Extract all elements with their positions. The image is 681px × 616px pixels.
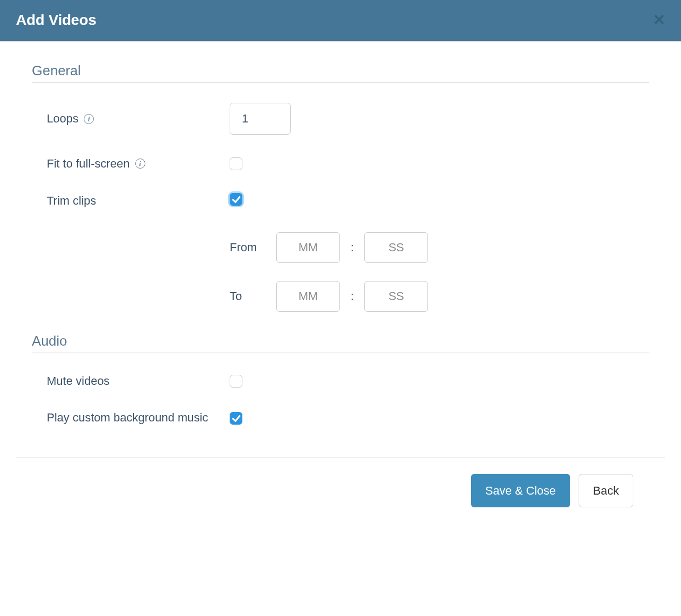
trim-clips-checkbox[interactable] (230, 193, 242, 206)
row-play-bg-music: Play custom background music (32, 410, 649, 426)
modal-footer: Save & Close Back (16, 457, 665, 603)
section-audio-title: Audio (32, 333, 649, 353)
row-trim-clips: Trim clips From : To : (32, 193, 649, 312)
row-mute-videos: Mute videos (32, 373, 649, 389)
play-bg-music-label: Play custom background music (47, 410, 208, 426)
section-general-title: General (32, 63, 649, 83)
row-trim-to: To : (230, 281, 428, 312)
fit-fullscreen-checkbox[interactable] (230, 157, 242, 170)
info-icon[interactable]: i (84, 114, 94, 124)
trim-time-inputs: From : To : (230, 232, 428, 312)
modal-header: Add Videos ✕ (0, 0, 681, 41)
from-label: From (230, 241, 266, 254)
row-trim-from: From : (230, 232, 428, 263)
trim-clips-label-wrap: Trim clips (47, 193, 230, 209)
fit-fullscreen-label-wrap: Fit to full-screen i (47, 156, 230, 172)
time-colon: : (351, 289, 354, 303)
mute-videos-label-wrap: Mute videos (47, 373, 230, 389)
to-ss-input[interactable] (364, 281, 428, 312)
loops-label: Loops (47, 111, 78, 127)
play-bg-music-checkbox[interactable] (230, 412, 242, 425)
row-loops: Loops i (32, 103, 649, 135)
play-bg-music-label-wrap: Play custom background music (47, 410, 211, 426)
info-icon[interactable]: i (135, 159, 145, 169)
from-mm-input[interactable] (276, 232, 340, 263)
to-label: To (230, 289, 266, 303)
row-fit-fullscreen: Fit to full-screen i (32, 156, 649, 172)
loops-label-wrap: Loops i (47, 111, 230, 127)
to-mm-input[interactable] (276, 281, 340, 312)
fit-fullscreen-label: Fit to full-screen (47, 156, 130, 172)
mute-videos-checkbox[interactable] (230, 375, 242, 388)
time-colon: : (351, 241, 354, 254)
mute-videos-label: Mute videos (47, 373, 110, 389)
back-button[interactable]: Back (579, 474, 633, 507)
trim-clips-label: Trim clips (47, 193, 96, 209)
loops-input[interactable] (230, 103, 291, 135)
close-icon[interactable]: ✕ (653, 13, 665, 28)
modal-title: Add Videos (16, 12, 97, 29)
modal-body: General Loops i Fit to full-screen i Tri… (0, 41, 681, 457)
save-close-button[interactable]: Save & Close (471, 474, 570, 507)
from-ss-input[interactable] (364, 232, 428, 263)
